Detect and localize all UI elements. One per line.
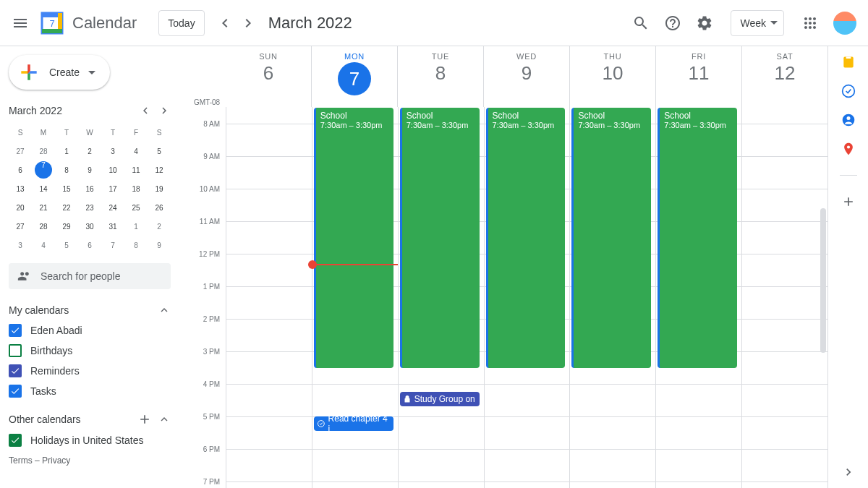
calendar-checkbox[interactable] bbox=[9, 385, 22, 398]
mini-day[interactable]: 18 bbox=[124, 179, 148, 198]
calendar-item[interactable]: Tasks bbox=[9, 383, 171, 399]
day-column[interactable]: School7:30am – 3:30pm bbox=[484, 107, 570, 488]
today-button[interactable]: Today bbox=[158, 10, 204, 36]
mini-day[interactable]: 25 bbox=[124, 198, 148, 217]
mini-day[interactable]: 26 bbox=[148, 198, 171, 217]
my-calendars-toggle[interactable]: My calendars bbox=[9, 298, 171, 322]
mini-day[interactable]: 6 bbox=[9, 160, 32, 179]
mini-day[interactable]: 24 bbox=[101, 198, 124, 217]
mini-day[interactable]: 3 bbox=[101, 142, 124, 160]
main-menu-button[interactable] bbox=[6, 9, 35, 38]
prev-week-button[interactable] bbox=[213, 12, 237, 35]
day-header[interactable]: FRI11 bbox=[655, 46, 741, 107]
day-header[interactable]: SAT12 bbox=[741, 46, 827, 107]
day-header[interactable]: THU10 bbox=[569, 46, 655, 107]
contacts-icon[interactable] bbox=[841, 113, 856, 127]
keep-icon[interactable] bbox=[841, 55, 856, 69]
calendar-item[interactable]: Birthdays bbox=[9, 343, 171, 359]
mini-day[interactable]: 20 bbox=[9, 198, 32, 217]
search-people[interactable]: Search for people bbox=[9, 263, 171, 289]
mini-day[interactable]: 8 bbox=[124, 236, 148, 254]
calendar-checkbox[interactable] bbox=[9, 364, 22, 377]
search-icon bbox=[632, 14, 650, 32]
mini-day[interactable]: 14 bbox=[32, 179, 55, 198]
other-calendars-toggle[interactable]: Other calendars bbox=[9, 406, 171, 432]
calendar-item[interactable]: Reminders bbox=[9, 363, 171, 379]
mini-day[interactable]: 29 bbox=[55, 217, 78, 236]
day-column[interactable] bbox=[741, 107, 827, 488]
mini-day[interactable]: 21 bbox=[32, 198, 55, 217]
calendar-item[interactable]: Eden Abadi bbox=[9, 322, 171, 338]
day-column[interactable]: School7:30am – 3:30pmRead chapter 4 i bbox=[312, 107, 398, 488]
day-header[interactable]: SUN6 bbox=[226, 46, 311, 107]
view-selector[interactable]: Week bbox=[731, 10, 784, 36]
settings-button[interactable] bbox=[690, 9, 719, 38]
mini-day[interactable]: 28 bbox=[32, 142, 55, 160]
mini-day[interactable]: 12 bbox=[148, 160, 171, 179]
mini-day[interactable]: 2 bbox=[148, 217, 171, 236]
mini-day[interactable]: 30 bbox=[78, 217, 101, 236]
mini-day[interactable]: 19 bbox=[148, 179, 171, 198]
event-school[interactable]: School7:30am – 3:30pm bbox=[400, 108, 480, 368]
mini-day[interactable]: 17 bbox=[101, 179, 124, 198]
calendar-item[interactable]: Holidays in United States bbox=[9, 432, 171, 448]
apps-button[interactable] bbox=[796, 9, 825, 38]
mini-day[interactable]: 9 bbox=[78, 160, 101, 179]
event-study-group[interactable]: Study Group on bbox=[400, 392, 480, 406]
maps-icon[interactable] bbox=[841, 142, 856, 156]
mini-day[interactable]: 7 bbox=[101, 236, 124, 254]
mini-day[interactable]: 27 bbox=[9, 217, 32, 236]
mini-day[interactable]: 6 bbox=[78, 236, 101, 254]
privacy-link[interactable]: Privacy bbox=[42, 455, 70, 466]
day-column[interactable]: School7:30am – 3:30pm bbox=[569, 107, 655, 488]
day-header[interactable]: TUE8 bbox=[397, 46, 483, 107]
next-week-button[interactable] bbox=[237, 12, 260, 35]
calendar-checkbox[interactable] bbox=[9, 324, 22, 337]
event-school[interactable]: School7:30am – 3:30pm bbox=[658, 108, 737, 368]
mini-day[interactable]: 28 bbox=[32, 217, 55, 236]
event-school[interactable]: School7:30am – 3:30pm bbox=[314, 108, 393, 368]
mini-day[interactable]: 10 bbox=[101, 160, 124, 179]
mini-day[interactable]: 1 bbox=[124, 217, 148, 236]
mini-day[interactable]: 22 bbox=[55, 198, 78, 217]
mini-day[interactable]: 2 bbox=[78, 142, 101, 160]
add-calendar-button[interactable] bbox=[137, 412, 152, 427]
mini-day[interactable]: 5 bbox=[148, 142, 171, 160]
day-column[interactable] bbox=[226, 107, 312, 488]
mini-prev-button[interactable] bbox=[139, 104, 152, 117]
hide-panel-button[interactable] bbox=[841, 465, 856, 479]
account-avatar[interactable] bbox=[833, 12, 856, 35]
mini-day[interactable]: 31 bbox=[101, 217, 124, 236]
day-header[interactable]: WED9 bbox=[483, 46, 569, 107]
create-button[interactable]: Create bbox=[9, 55, 110, 90]
day-column[interactable]: School7:30am – 3:30pm bbox=[655, 107, 741, 488]
day-column[interactable]: School7:30am – 3:30pmStudy Group on bbox=[398, 107, 484, 488]
terms-link[interactable]: Terms bbox=[9, 455, 33, 466]
mini-day[interactable]: 4 bbox=[32, 236, 55, 254]
mini-day[interactable]: 4 bbox=[124, 142, 148, 160]
mini-day[interactable]: 15 bbox=[55, 179, 78, 198]
mini-day[interactable]: 9 bbox=[148, 236, 171, 254]
event-school[interactable]: School7:30am – 3:30pm bbox=[571, 108, 651, 368]
mini-day[interactable]: 13 bbox=[9, 179, 32, 198]
day-header[interactable]: MON7 bbox=[311, 46, 397, 107]
vertical-scrollbar[interactable] bbox=[819, 107, 827, 488]
mini-day[interactable]: 7 bbox=[32, 160, 55, 179]
mini-next-button[interactable] bbox=[158, 104, 171, 117]
mini-day[interactable]: 3 bbox=[9, 236, 32, 254]
mini-day[interactable]: 23 bbox=[78, 198, 101, 217]
mini-day[interactable]: 1 bbox=[55, 142, 78, 160]
calendar-checkbox[interactable] bbox=[9, 434, 22, 447]
event-school[interactable]: School7:30am – 3:30pm bbox=[486, 108, 566, 368]
calendar-checkbox[interactable] bbox=[9, 344, 22, 357]
mini-day[interactable]: 11 bbox=[124, 160, 148, 179]
mini-day[interactable]: 27 bbox=[9, 142, 32, 160]
search-button[interactable] bbox=[626, 9, 655, 38]
tasks-icon[interactable] bbox=[841, 84, 856, 98]
add-addon-button[interactable] bbox=[841, 194, 856, 209]
mini-day[interactable]: 5 bbox=[55, 236, 78, 254]
support-button[interactable] bbox=[658, 9, 687, 38]
event-read-chapter[interactable]: Read chapter 4 i bbox=[314, 416, 393, 431]
mini-day[interactable]: 8 bbox=[55, 160, 78, 179]
mini-day[interactable]: 16 bbox=[78, 179, 101, 198]
